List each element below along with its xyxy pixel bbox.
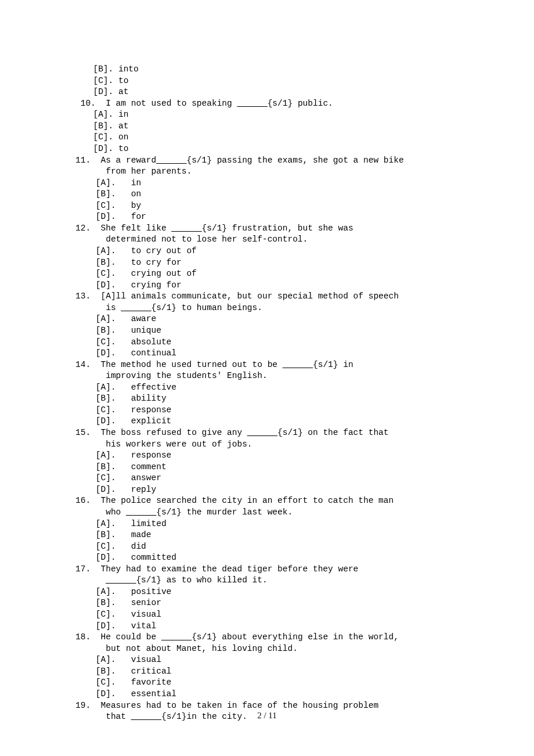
document-page: [B]. into[C]. to[D]. at 10. I am not use… bbox=[0, 0, 534, 756]
text-line: [C]. to bbox=[75, 75, 459, 87]
text-line: [D]. explicit bbox=[75, 416, 459, 427]
text-line: [D]. committed bbox=[75, 552, 459, 564]
text-line: 10. I am not used to speaking ______{s/1… bbox=[75, 98, 459, 110]
text-line: [D]. vital bbox=[75, 621, 459, 632]
text-line: [D]. essential bbox=[75, 689, 459, 700]
text-line: [B]. ability bbox=[75, 393, 459, 405]
text-line: [A]. to cry out of bbox=[75, 246, 459, 257]
text-line: but not about Manet, his loving child. bbox=[75, 643, 459, 655]
question-content: [B]. into[C]. to[D]. at 10. I am not use… bbox=[75, 64, 459, 723]
text-line: [B]. made bbox=[75, 530, 459, 541]
text-line: [B]. at bbox=[75, 121, 459, 132]
text-line: [C]. response bbox=[75, 405, 459, 416]
text-line: 12. She felt like ______{s/1} frustratio… bbox=[75, 223, 459, 235]
text-line: 11. As a reward______{s/1} passing the e… bbox=[75, 155, 459, 167]
text-line: [A]. positive bbox=[75, 586, 459, 598]
text-line: [A]. visual bbox=[75, 654, 459, 666]
text-line: [A]. aware bbox=[75, 314, 459, 325]
text-line: [C]. did bbox=[75, 541, 459, 553]
text-line: [B]. to cry for bbox=[75, 257, 459, 269]
text-line: [B]. critical bbox=[75, 666, 459, 678]
text-line: [C]. answer bbox=[75, 473, 459, 484]
text-line: [C]. crying out of bbox=[75, 268, 459, 280]
text-line: 13. [A]ll animals communicate, but our s… bbox=[75, 291, 459, 303]
text-line: [B]. comment bbox=[75, 462, 459, 473]
text-line: [C]. on bbox=[75, 132, 459, 143]
text-line: [B]. senior bbox=[75, 597, 459, 609]
text-line: [D]. crying for bbox=[75, 280, 459, 291]
text-line: [D]. to bbox=[75, 143, 459, 155]
text-line: ______{s/1} as to who killed it. bbox=[75, 575, 459, 586]
text-line: [A]. limited bbox=[75, 519, 459, 530]
text-line: 16. The police searched the city in an e… bbox=[75, 495, 459, 507]
text-line: improving the students' English. bbox=[75, 370, 459, 382]
text-line: [C]. by bbox=[75, 200, 459, 212]
text-line: [A]. in bbox=[75, 178, 459, 189]
text-line: [D]. continual bbox=[75, 348, 459, 359]
text-line: determined not to lose her self-control. bbox=[75, 234, 459, 246]
text-line: [B]. unique bbox=[75, 325, 459, 337]
text-line: 14. The method he used turned out to be … bbox=[75, 359, 459, 371]
text-line: 15. The boss refused to give any ______{… bbox=[75, 427, 459, 439]
text-line: [C]. absolute bbox=[75, 337, 459, 348]
text-line: [D]. for bbox=[75, 211, 459, 223]
text-line: [A]. in bbox=[75, 109, 459, 121]
text-line: from her parents. bbox=[75, 166, 459, 178]
text-line: [D]. at bbox=[75, 87, 459, 98]
text-line: 18. He could be ______{s/1} about everyt… bbox=[75, 632, 459, 643]
page-footer: 2 / 11 bbox=[0, 710, 534, 721]
text-line: [A]. response bbox=[75, 450, 459, 462]
text-line: is ______{s/1} to human beings. bbox=[75, 303, 459, 314]
text-line: [C]. visual bbox=[75, 609, 459, 621]
text-line: 17. They had to examine the dead tiger b… bbox=[75, 564, 459, 575]
text-line: who ______{s/1} the murder last week. bbox=[75, 507, 459, 519]
text-line: [B]. into bbox=[75, 64, 459, 75]
text-line: [C]. favorite bbox=[75, 677, 459, 689]
text-line: [A]. effective bbox=[75, 382, 459, 394]
text-line: [B]. on bbox=[75, 189, 459, 200]
text-line: [D]. reply bbox=[75, 484, 459, 496]
text-line: his workers were out of jobs. bbox=[75, 439, 459, 451]
